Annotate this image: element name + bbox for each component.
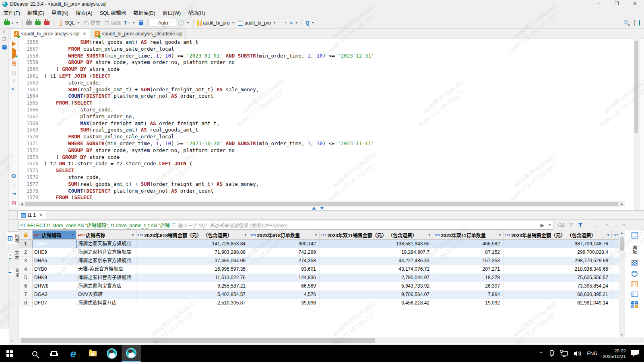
settings-gear-icon[interactable]: ⚙ (11, 173, 17, 180)
invalidate-connection-icon[interactable] (33, 20, 42, 26)
grid-cell[interactable]: 66,569 (249, 282, 320, 290)
dbeaver-taskbar-icon-active[interactable] (122, 345, 141, 362)
menu-编辑(E)[interactable]: 编辑(E) (24, 8, 48, 17)
grid-cell[interactable]: 900,142 (249, 240, 320, 248)
new-connection-button[interactable]: +▼ (2, 20, 20, 26)
row-number[interactable]: 5 (19, 274, 33, 282)
grid-cell[interactable]: 18,278 (433, 274, 504, 282)
minimize-button[interactable]: – (590, 0, 608, 8)
grid-cell[interactable]: 3,456,218.42 (320, 299, 433, 307)
code-line[interactable]: 1572 GROUP BY store_code, system_order_n… (19, 147, 625, 154)
menu-导航(N)[interactable]: 导航(N) (48, 8, 72, 17)
column-menu-icon[interactable]: ▼ (314, 233, 318, 237)
panel-grid-icon[interactable] (632, 232, 638, 239)
transaction-mode-select[interactable]: Auto (150, 19, 176, 27)
grid-cell[interactable]: 141,728,853.84 (136, 240, 249, 248)
grid-cell[interactable]: 73,395,854.24 (504, 282, 612, 290)
grid-scroll-right-icon[interactable]: › (641, 339, 644, 343)
grid-cell[interactable]: DYB0 (33, 265, 76, 274)
code-line[interactable]: 1558 WHERE SUBSTR(min_order_time, 1, 10)… (19, 53, 625, 60)
scroll-right-icon[interactable]: ▶ (619, 202, 625, 206)
calc-panel-icon[interactable] (632, 281, 638, 287)
grid-cell[interactable]: 海澜之家抖音官方旗舰店 (76, 248, 136, 257)
grid-cell[interactable]: 75,605,556.57 (504, 274, 612, 282)
network-tray-icon[interactable] (560, 350, 568, 357)
panel-layout-icon[interactable] (632, 292, 638, 297)
file-explorer-icon[interactable] (83, 345, 102, 362)
code-line[interactable]: 1559 GROUP BY store_code, system_order_n… (19, 59, 625, 66)
result-grid[interactable]: ABC店铺编码▼ABC店铺名称▼1232023年618销售金额（元） （包含运费… (19, 230, 619, 337)
explain-plan-icon[interactable]: ⎗ (12, 70, 16, 76)
code-line[interactable]: 1566 store_code, (19, 107, 625, 113)
row-number[interactable]: 2 (19, 248, 33, 257)
execute-script-icon[interactable]: ⎘ (12, 61, 16, 66)
grid-cell[interactable]: OVV天猫店 (76, 290, 136, 299)
grid-cell[interactable]: 4,576 (249, 290, 320, 299)
perspective-icon[interactable] (634, 20, 635, 26)
transaction-history-button[interactable]: 🕘▼ (176, 19, 191, 27)
apply-filter-icon[interactable]: ▶ (541, 222, 544, 228)
column-menu-icon[interactable]: ▼ (244, 233, 247, 237)
grid-cell[interactable]: 299,700,828.4 (504, 248, 612, 257)
row-number[interactable]: 7 (19, 290, 33, 299)
output-icon[interactable]: ⇥ (12, 191, 16, 196)
network-button[interactable]: ⌗▼ (288, 19, 299, 27)
filter-input[interactable]: <T SELECT t1.store_code AS "店铺编码", t1.st… (18, 221, 553, 230)
code-line[interactable]: 1569 SUM(real_goods_amt) AS real_goods_a… (19, 127, 625, 134)
grid-cell[interactable]: 海澜之家京东官方旗舰店 (76, 257, 136, 265)
grid-cell[interactable]: 71,903,298.89 (136, 248, 249, 257)
close-button[interactable]: ✕ (626, 0, 644, 8)
connection-selector[interactable]: audit_bi_pro▼ (196, 19, 236, 27)
database-selector[interactable]: audit_bi_pro▼ (236, 19, 278, 27)
code-line[interactable]: 1563 SUM(real_goods_amt_t) + SUM(order_f… (19, 86, 625, 93)
grid-cell[interactable]: 144,836 (249, 274, 320, 282)
record-mode-icon[interactable] (632, 271, 638, 277)
grid-cell[interactable]: DHF3 (33, 240, 76, 248)
column-header[interactable]: 1232023年双11订单数量▼ (433, 230, 504, 240)
grid-cell[interactable]: 天猫-英氏官方旗舰店 (76, 265, 136, 274)
code-line[interactable]: 1574) t2 ON t1.store_code = t2.store_cod… (19, 160, 625, 167)
tab-analysis-cleartime-sql[interactable]: <audit_bi_pro> analysis_cleartime.sql (91, 29, 186, 39)
grid-scroll-left-icon[interactable]: ‹ (9, 339, 12, 343)
result-tab-t1[interactable]: t1 1 ✕ (17, 210, 46, 219)
code-line[interactable]: 1573 ) GROUP BY store_code (19, 154, 625, 161)
grid-cell[interactable]: 11,513,022.76 (136, 274, 249, 282)
grid-cell[interactable]: DHE9 (33, 248, 76, 257)
column-header[interactable]: ABC店铺名称▼ (76, 230, 136, 240)
code-line[interactable]: 1557 FROM custom_online_sale_order_local (19, 46, 625, 53)
grid-cell[interactable]: 298,770,529.68 (504, 257, 612, 265)
grid-cell[interactable]: 43,174,076.71 (320, 265, 433, 274)
connect-icon[interactable] (25, 20, 33, 26)
grid-cell[interactable]: 2,790,044.97 (320, 274, 433, 282)
grid-cell[interactable]: 9,706,564.07 (320, 290, 433, 299)
code-line[interactable]: 1561) t1 LEFT JOIN (SELECT (19, 73, 625, 80)
code-line[interactable]: 1565 FROM (SELECT (19, 100, 625, 107)
grid-cell[interactable]: 138,581,943.65 (320, 240, 433, 248)
sash-collapse-controls[interactable] (306, 207, 330, 210)
code-line[interactable]: 1578 COUNT(DISTINCT platform_order_no) A… (19, 188, 625, 195)
grid-cell[interactable]: 9,255,587.21 (136, 282, 249, 290)
search-button[interactable]: Q▼ (304, 19, 316, 27)
close-result-tab-icon[interactable]: ✕ (39, 212, 43, 218)
grid-cell[interactable]: 44,227,486.43 (320, 257, 433, 265)
grid-cell[interactable]: DHK9 (33, 274, 76, 282)
task-view-icon[interactable] (44, 345, 64, 362)
column-header[interactable]: 1232023年总销售金额（元） （包含运费）▼ (504, 230, 612, 240)
remove-filter-icon[interactable] (568, 222, 574, 228)
code-line[interactable]: 1560 ) GROUP BY store_code (19, 66, 625, 73)
execute-statement-icon[interactable] (12, 41, 16, 46)
row-number[interactable]: 1 (19, 240, 33, 248)
grid-cell[interactable]: 7,964 (433, 290, 504, 299)
commit-button[interactable]: ▢提交 (81, 19, 102, 27)
code-line[interactable]: 1576 store_code, (19, 174, 625, 181)
database-navigator-icon[interactable] (2, 45, 7, 50)
menu-搜索(A)[interactable]: 搜索(A) (72, 8, 96, 17)
code-line[interactable]: 1579 FROM (SELECT (19, 194, 625, 201)
input-language-indicator[interactable]: ENG (587, 351, 597, 356)
transaction-log-button[interactable]: T↑▼ (122, 19, 137, 27)
maximize-button[interactable]: ❐ (608, 0, 626, 8)
grid-cell[interactable]: 39,896 (249, 299, 320, 307)
nav-forward-icon[interactable]: → (612, 222, 618, 228)
grid-cell[interactable]: DHA5 (33, 257, 76, 265)
grid-cell[interactable]: 19,284,907.7 (320, 248, 433, 257)
